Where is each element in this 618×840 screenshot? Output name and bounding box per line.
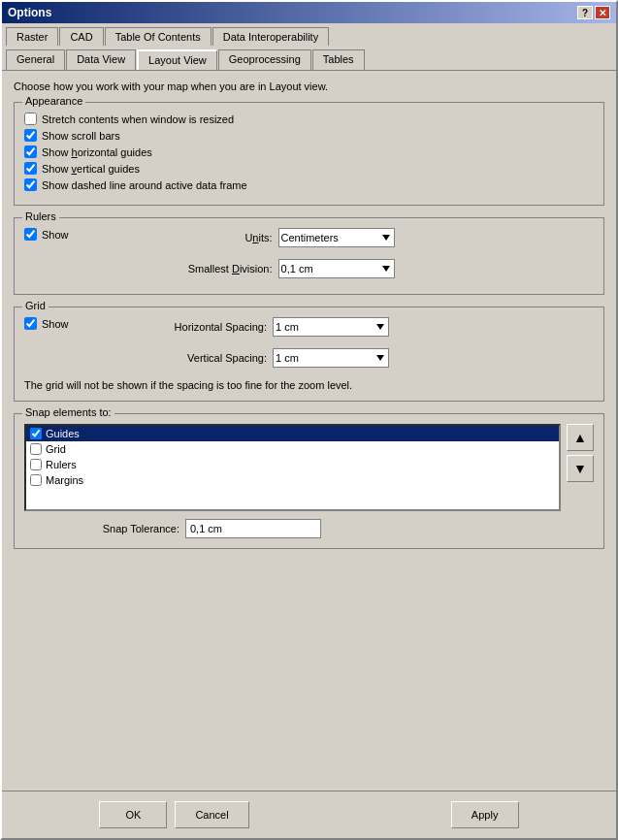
vert-spacing-select[interactable]: 1 cm 2 cm 5 cm xyxy=(273,348,389,368)
description-text: Choose how you work with your map when y… xyxy=(14,81,604,92)
rulers-show-row: Show xyxy=(24,228,69,241)
rulers-group: Rulers Show Units: Centimeters Inches Po… xyxy=(14,217,604,295)
snap-guides-checkbox[interactable] xyxy=(30,428,42,439)
grid-show-label: Show xyxy=(42,318,69,330)
vert-guides-row: Show vertical guides xyxy=(24,162,594,175)
grid-note: The grid will not be shown if the spacin… xyxy=(24,379,594,391)
snap-tolerance-input[interactable] xyxy=(185,519,321,538)
vert-guides-label: Show vertical guides xyxy=(42,163,140,175)
rulers-show-checkbox[interactable] xyxy=(24,228,37,241)
tab-table-of-contents[interactable]: Table Of Contents xyxy=(105,27,211,46)
appearance-group-label: Appearance xyxy=(22,95,85,107)
grid-group: Grid Show Horizontal Spacing: 1 cm 2 cm … xyxy=(14,307,604,402)
vert-spacing-label: Vertical Spacing: xyxy=(131,352,267,364)
snap-up-button[interactable]: ▲ xyxy=(567,424,594,451)
vert-guides-checkbox[interactable] xyxy=(24,162,37,175)
scroll-label: Show scroll bars xyxy=(42,130,120,142)
tab-data-view[interactable]: Data View xyxy=(66,49,136,70)
snap-item-rulers[interactable]: Rulers xyxy=(26,457,559,472)
title-bar: Options ? ✕ xyxy=(2,2,616,23)
title-bar-buttons: ? ✕ xyxy=(577,6,610,19)
snap-list[interactable]: Guides Grid Rulers Margins xyxy=(24,424,561,511)
apply-button[interactable]: Apply xyxy=(451,801,519,828)
snap-grid-checkbox[interactable] xyxy=(30,443,42,455)
scroll-checkbox[interactable] xyxy=(24,129,37,142)
units-row: Units: Centimeters Inches Points Millime… xyxy=(137,228,594,247)
options-window: Options ? ✕ Raster CAD Table Of Contents… xyxy=(0,0,618,840)
content-area: Choose how you work with your map when y… xyxy=(2,71,616,791)
division-label: Smallest Division: xyxy=(137,263,273,275)
dashed-label: Show dashed line around active data fram… xyxy=(42,179,247,191)
snap-margins-checkbox[interactable] xyxy=(30,474,42,486)
snap-item-margins[interactable]: Margins xyxy=(26,472,559,488)
stretch-row: Stretch contents when window is resized xyxy=(24,113,594,125)
tab-data-interoperability[interactable]: Data Interoperability xyxy=(212,27,329,46)
snap-down-button[interactable]: ▼ xyxy=(567,455,594,482)
tab-geoprocessing[interactable]: Geoprocessing xyxy=(218,49,311,70)
stretch-label: Stretch contents when window is resized xyxy=(42,113,234,125)
help-button[interactable]: ? xyxy=(577,6,593,19)
snap-tolerance-label: Snap Tolerance: xyxy=(24,523,179,534)
bottom-buttons: OK Cancel Apply xyxy=(2,791,616,838)
dashed-row: Show dashed line around active data fram… xyxy=(24,178,594,191)
scroll-row: Show scroll bars xyxy=(24,129,594,142)
division-select[interactable]: 0,1 cm 0,5 cm 1 cm xyxy=(278,259,395,278)
tab-general[interactable]: General xyxy=(6,49,65,70)
horiz-guides-row: Show horizontal guides xyxy=(24,145,594,158)
close-button[interactable]: ✕ xyxy=(595,6,610,19)
horiz-spacing-select[interactable]: 1 cm 2 cm 5 cm xyxy=(273,317,389,337)
tab-tables[interactable]: Tables xyxy=(312,49,365,70)
horiz-guides-label: Show horizontal guides xyxy=(42,146,152,158)
horiz-spacing-row: Horizontal Spacing: 1 cm 2 cm 5 cm xyxy=(131,317,594,337)
tabs-row1: Raster CAD Table Of Contents Data Intero… xyxy=(2,23,616,46)
dashed-checkbox[interactable] xyxy=(24,178,37,191)
appearance-group: Appearance Stretch contents when window … xyxy=(14,102,604,206)
grid-show-row: Show xyxy=(24,317,121,330)
window-title: Options xyxy=(8,6,51,19)
snap-tolerance-row: Snap Tolerance: xyxy=(24,519,594,538)
tab-cad[interactable]: CAD xyxy=(59,27,103,46)
snap-rulers-checkbox[interactable] xyxy=(30,459,42,470)
horiz-spacing-label: Horizontal Spacing: xyxy=(131,321,267,333)
rulers-group-label: Rulers xyxy=(22,210,59,222)
snap-item-grid[interactable]: Grid xyxy=(26,441,559,457)
grid-group-label: Grid xyxy=(22,300,49,311)
tab-raster[interactable]: Raster xyxy=(6,27,58,46)
stretch-checkbox[interactable] xyxy=(24,113,37,125)
cancel-button[interactable]: Cancel xyxy=(175,801,248,828)
units-select[interactable]: Centimeters Inches Points Millimeters xyxy=(278,228,395,247)
units-label: Units: xyxy=(137,232,273,243)
ok-button[interactable]: OK xyxy=(99,801,167,828)
rulers-show-label: Show xyxy=(42,229,69,241)
snap-group: Snap elements to: Guides Grid Rulers xyxy=(14,413,604,549)
division-row: Smallest Division: 0,1 cm 0,5 cm 1 cm xyxy=(137,259,594,278)
vert-spacing-row: Vertical Spacing: 1 cm 2 cm 5 cm xyxy=(131,348,594,368)
snap-group-label: Snap elements to: xyxy=(22,406,114,418)
grid-show-checkbox[interactable] xyxy=(24,317,37,330)
snap-buttons: ▲ ▼ xyxy=(567,424,594,511)
tabs-row2: General Data View Layout View Geoprocess… xyxy=(2,46,616,70)
tab-layout-view[interactable]: Layout View xyxy=(137,49,217,70)
horiz-guides-checkbox[interactable] xyxy=(24,145,37,158)
snap-list-area: Guides Grid Rulers Margins xyxy=(24,424,594,511)
snap-item-guides[interactable]: Guides xyxy=(26,426,559,441)
